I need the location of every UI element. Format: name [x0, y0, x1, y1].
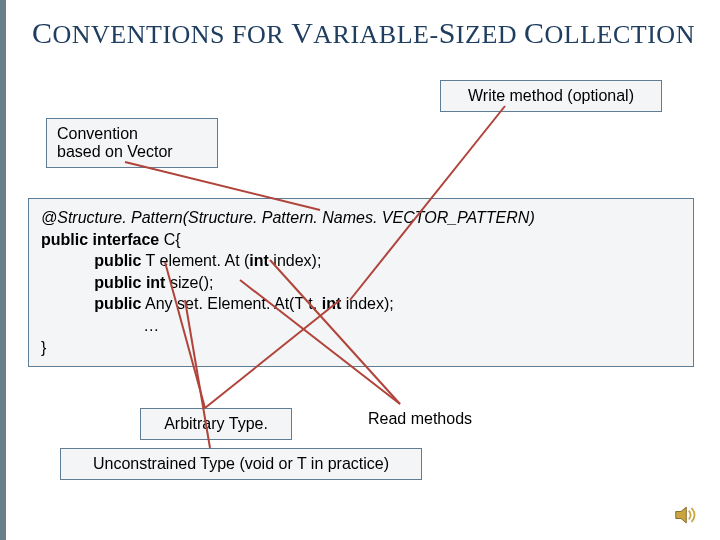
code-m1: public T element. At (int index); — [41, 250, 681, 272]
slide-title: CONVENTIONS FOR VARIABLE-SIZED COLLECTIO… — [32, 16, 695, 50]
code-close: } — [41, 337, 681, 359]
title-word-2: FOR — [225, 20, 291, 49]
title-cap-5: C — [524, 16, 545, 49]
code-m3-kw: public — [94, 295, 141, 312]
code-m2-rest: size(); — [165, 274, 213, 291]
label-convention-line1: Convention — [57, 125, 207, 143]
code-ellipsis: … — [41, 315, 681, 337]
label-read-text: Read methods — [368, 410, 472, 427]
code-block: @Structure. Pattern(Structure. Pattern. … — [28, 198, 694, 367]
title-cap-3: V — [291, 16, 313, 49]
code-m3-tail: index); — [341, 295, 393, 312]
label-unconstrained-text: Unconstrained Type (void or T in practic… — [93, 455, 389, 472]
title-word-1: ONVENTIONS — [53, 20, 226, 49]
title-dash: - — [429, 20, 438, 49]
code-m3: public Any set. Element. At(T t, int ind… — [41, 293, 681, 315]
code-m3-rest: Any set. Element. At(T t, — [141, 295, 321, 312]
label-arbitrary-text: Arbitrary Type. — [164, 415, 268, 432]
code-decl-name: C{ — [159, 231, 180, 248]
code-m2: public int size(); — [41, 272, 681, 294]
code-m1-rest: T element. At ( — [141, 252, 249, 269]
code-decl-kw: public interface — [41, 231, 159, 248]
code-annotation: @Structure. Pattern(Structure. Pattern. … — [41, 207, 681, 229]
accent-stripe — [0, 0, 6, 540]
label-convention: Convention based on Vector — [46, 118, 218, 168]
code-decl: public interface C{ — [41, 229, 681, 251]
title-word-4: IZED — [456, 20, 524, 49]
code-ellipsis-text: … — [143, 317, 159, 334]
label-convention-line2: based on Vector — [57, 143, 207, 161]
title-word-5: OLLECTION — [545, 20, 695, 49]
label-unconstrained-type: Unconstrained Type (void or T in practic… — [60, 448, 422, 480]
code-m3-int: int — [322, 295, 342, 312]
speaker-icon — [674, 504, 702, 526]
code-m2-kw: public int — [94, 274, 165, 291]
code-m1-kw: public — [94, 252, 141, 269]
title-word-3: ARIABLE — [313, 20, 429, 49]
label-write-method: Write method (optional) — [440, 80, 662, 112]
code-m1-int: int — [249, 252, 269, 269]
label-write-text: Write method (optional) — [468, 87, 634, 104]
label-arbitrary-type: Arbitrary Type. — [140, 408, 292, 440]
title-cap-4: S — [439, 16, 456, 49]
code-m1-tail: index); — [269, 252, 321, 269]
code-annotation-suffix: ) — [529, 209, 534, 226]
code-annotation-prefix: @Structure. Pattern(Structure. Pattern. … — [41, 209, 382, 226]
title-cap-1: C — [32, 16, 53, 49]
svg-marker-0 — [676, 507, 687, 523]
label-read-methods: Read methods — [340, 404, 500, 434]
code-annotation-const: VECTOR_PATTERN — [382, 209, 530, 226]
